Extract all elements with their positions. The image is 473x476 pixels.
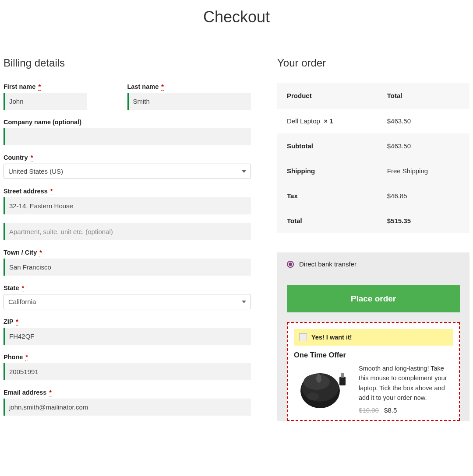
- required-mark: *: [22, 284, 25, 292]
- required-mark: *: [16, 318, 18, 326]
- last-name-label: Last name *: [127, 83, 251, 90]
- order-line-item: Dell Laptop × 1 $463.50: [277, 108, 469, 134]
- page-title: Checkout: [4, 8, 469, 26]
- order-table: Product Total Dell Laptop × 1 $463.50 Su…: [277, 83, 469, 233]
- offer-checkbox-label: Yes! I want it!: [311, 334, 352, 341]
- city-label: Town / City *: [4, 249, 251, 256]
- company-field[interactable]: [4, 128, 251, 145]
- state-label: State *: [4, 284, 251, 291]
- required-mark: *: [49, 389, 52, 396]
- state-select[interactable]: California: [4, 294, 251, 309]
- col-total: Total: [378, 83, 469, 108]
- offer-price: $10.00 $8.5: [359, 406, 453, 414]
- company-label: Company name (optional): [4, 119, 251, 126]
- email-field[interactable]: [4, 399, 251, 416]
- radio-selected-icon: [287, 261, 294, 268]
- order-shipping-row: Shipping Free Shipping: [277, 158, 469, 183]
- offer-description: Smooth and long-lasting! Take this mouse…: [359, 364, 453, 403]
- country-select[interactable]: United States (US): [4, 164, 251, 179]
- address1-field[interactable]: [4, 197, 251, 214]
- required-mark: *: [25, 354, 28, 361]
- billing-heading: Billing details: [4, 57, 251, 69]
- col-product: Product: [277, 83, 378, 108]
- phone-field[interactable]: [4, 363, 251, 380]
- zip-field[interactable]: [4, 328, 251, 345]
- address2-field[interactable]: [4, 223, 251, 240]
- address1-label: Street address *: [4, 188, 251, 195]
- country-label: Country *: [4, 154, 251, 161]
- svg-rect-5: [339, 377, 346, 385]
- payment-method-row[interactable]: Direct bank transfer: [277, 252, 469, 276]
- email-label: Email address *: [4, 389, 251, 396]
- svg-point-3: [316, 374, 321, 383]
- zip-label: ZIP *: [4, 318, 251, 325]
- required-mark: *: [31, 154, 33, 161]
- required-mark: *: [161, 83, 164, 91]
- order-total-row: Total $515.35: [277, 208, 469, 233]
- order-subtotal-row: Subtotal $463.50: [277, 133, 469, 158]
- one-time-offer: Yes! I want it! One Time Offer: [287, 322, 460, 421]
- order-heading: Your order: [277, 57, 469, 69]
- city-field[interactable]: [4, 259, 251, 276]
- offer-product-image: [294, 364, 351, 412]
- payment-method-label: Direct bank transfer: [299, 260, 357, 268]
- required-mark: *: [38, 83, 41, 91]
- first-name-label: First name *: [4, 83, 101, 90]
- item-total: $463.50: [378, 108, 469, 134]
- item-qty: × 1: [324, 117, 333, 125]
- offer-checkbox[interactable]: [299, 333, 307, 341]
- required-mark: *: [39, 249, 42, 256]
- phone-label: Phone *: [4, 354, 251, 360]
- first-name-field[interactable]: [4, 93, 87, 110]
- offer-new-price: $8.5: [384, 406, 397, 414]
- offer-old-price: $10.00: [359, 406, 379, 414]
- payment-box: Direct bank transfer Place order Yes! I …: [277, 252, 469, 421]
- svg-rect-6: [341, 373, 344, 378]
- svg-point-4: [307, 392, 319, 400]
- required-mark: *: [50, 188, 53, 195]
- order-tax-row: Tax $46.85: [277, 183, 469, 208]
- offer-title: One Time Offer: [294, 351, 453, 359]
- last-name-field[interactable]: [127, 93, 251, 110]
- place-order-button[interactable]: Place order: [287, 285, 460, 312]
- offer-checkbox-row[interactable]: Yes! I want it!: [294, 329, 453, 346]
- item-name: Dell Laptop: [287, 117, 320, 125]
